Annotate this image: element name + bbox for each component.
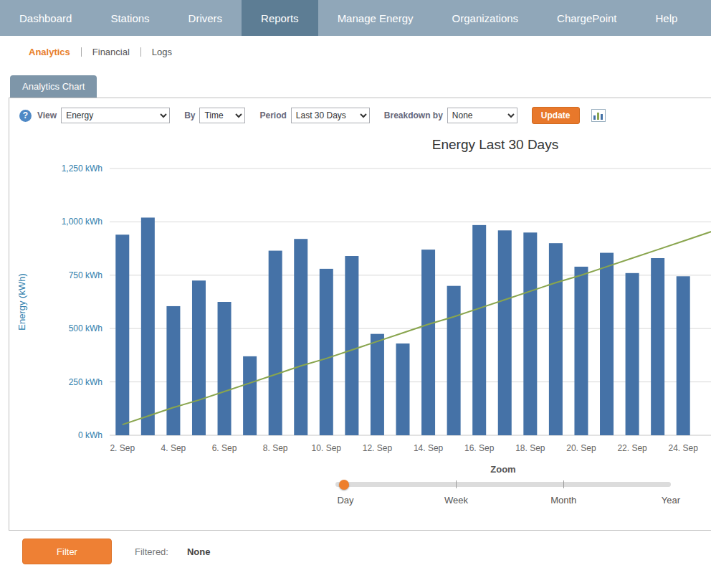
filtered-label: Filtered: <box>135 546 168 557</box>
nav-item-reports[interactable]: Reports <box>242 0 318 36</box>
svg-text:2. Sep: 2. Sep <box>110 443 135 453</box>
subnav-divider <box>140 47 141 57</box>
zoom-option-day[interactable]: Day <box>337 495 353 506</box>
filter-row: Filter Filtered: None <box>22 539 711 564</box>
svg-text:500 kWh: 500 kWh <box>69 323 102 333</box>
nav-item-help[interactable]: Help <box>636 0 697 36</box>
svg-text:250 kWh: 250 kWh <box>69 377 102 387</box>
zoom-option-week[interactable]: Week <box>444 495 468 506</box>
svg-text:10. Sep: 10. Sep <box>312 443 342 453</box>
zoom-option-month[interactable]: Month <box>550 495 576 506</box>
svg-text:Energy (kWh): Energy (kWh) <box>16 273 27 330</box>
breakdown-select[interactable]: None <box>447 108 517 123</box>
zoom-tick-week <box>456 480 457 488</box>
nav-item-dashboard[interactable]: Dashboard <box>0 0 91 36</box>
chart-toolbar: ? View Energy By Time Period Last 30 Day… <box>9 98 711 127</box>
zoom-slider-handle[interactable] <box>339 480 349 490</box>
svg-text:1,000 kWh: 1,000 kWh <box>62 217 102 227</box>
analytics-chart-panel: ? View Energy By Time Period Last 30 Day… <box>9 98 711 531</box>
top-nav-bar: Dashboard Stations Drivers Reports Manag… <box>0 0 711 36</box>
nav-item-organizations[interactable]: Organizations <box>433 0 538 36</box>
zoom-slider-track[interactable] <box>335 482 671 487</box>
zoom-control: Zoom Day Week Month Year <box>335 464 671 508</box>
zoom-option-year[interactable]: Year <box>662 495 680 506</box>
breakdown-by-label: Breakdown by <box>384 110 443 120</box>
subnav-item-financial[interactable]: Financial <box>92 47 130 57</box>
zoom-label: Zoom <box>335 464 671 475</box>
by-label: By <box>184 110 195 120</box>
filter-button[interactable]: Filter <box>22 539 112 564</box>
svg-text:20. Sep: 20. Sep <box>566 443 596 453</box>
svg-text:18. Sep: 18. Sep <box>515 443 545 453</box>
update-button[interactable]: Update <box>532 107 580 124</box>
period-label: Period <box>259 110 286 120</box>
svg-text:16. Sep: 16. Sep <box>464 443 495 453</box>
svg-text:0 kWh: 0 kWh <box>78 430 102 440</box>
by-select[interactable]: Time <box>199 108 245 123</box>
sub-nav: Analytics Financial Logs <box>0 36 711 65</box>
svg-text:22. Sep: 22. Sep <box>617 443 647 453</box>
svg-text:12. Sep: 12. Sep <box>363 443 393 453</box>
view-label: View <box>37 110 57 120</box>
chart-title: Energy Last 30 Days <box>181 137 711 153</box>
nav-item-chargepoint[interactable]: ChargePoint <box>538 0 636 36</box>
svg-text:6. Sep: 6. Sep <box>212 443 237 453</box>
nav-item-stations[interactable]: Stations <box>91 0 168 36</box>
zoom-options: Day Week Month Year <box>335 495 671 508</box>
export-chart-icon[interactable] <box>591 109 606 122</box>
svg-text:24. Sep: 24. Sep <box>669 443 699 453</box>
svg-text:4. Sep: 4. Sep <box>161 443 186 453</box>
nav-item-manage-energy[interactable]: Manage Energy <box>318 0 433 36</box>
help-icon[interactable]: ? <box>19 110 32 122</box>
period-select[interactable]: Last 30 Days <box>291 108 370 123</box>
svg-text:1,250 kWh: 1,250 kWh <box>62 163 102 174</box>
zoom-tick-month <box>563 480 564 488</box>
svg-text:14. Sep: 14. Sep <box>414 443 444 453</box>
svg-text:750 kWh: 750 kWh <box>69 270 102 280</box>
subnav-divider <box>81 47 82 57</box>
tab-analytics-chart[interactable]: Analytics Chart <box>10 75 97 98</box>
view-select[interactable]: Energy <box>61 108 170 123</box>
svg-text:8. Sep: 8. Sep <box>263 443 288 453</box>
subnav-item-logs[interactable]: Logs <box>152 47 172 57</box>
filtered-value: None <box>187 546 211 557</box>
nav-item-drivers[interactable]: Drivers <box>169 0 242 36</box>
subnav-item-analytics[interactable]: Analytics <box>29 47 70 57</box>
chart-plot-area[interactable]: 0 kWh250 kWh500 kWh750 kWh1,000 kWh1,250… <box>9 156 711 464</box>
